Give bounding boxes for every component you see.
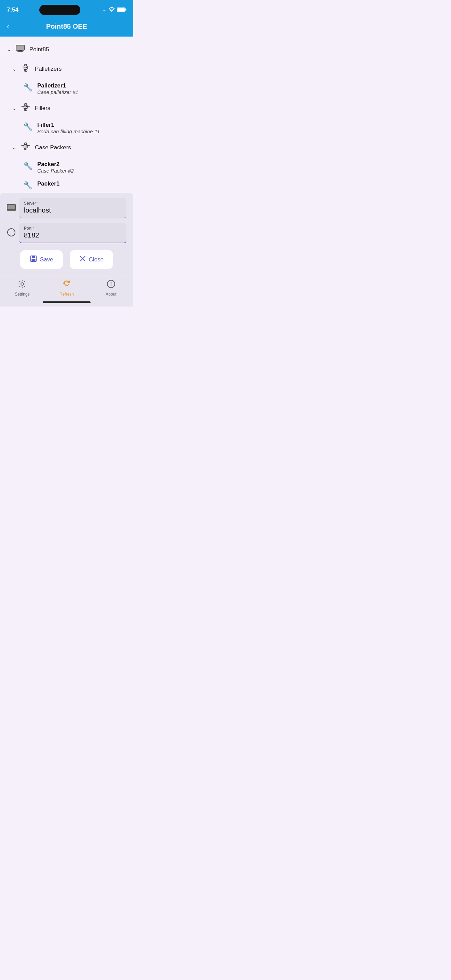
- content-area: ⌄ Point85 ⌄ Palletizer: [0, 37, 133, 193]
- machine-item-packer2[interactable]: 🔧 Packer2 Case Packer #2: [0, 158, 133, 177]
- tab-settings-label: Settings: [15, 292, 29, 297]
- machine-info-packer2: Packer2 Case Packer #2: [37, 161, 74, 173]
- tree-item-point85[interactable]: ⌄ Point85: [0, 40, 133, 59]
- server-input[interactable]: [24, 207, 122, 214]
- machine-desc-packer2: Case Packer #2: [37, 168, 74, 173]
- svg-rect-10: [25, 69, 25, 72]
- machine-desc-filler1: Soda can filling machine #1: [37, 129, 100, 134]
- laptop-icon: [7, 204, 16, 213]
- svg-point-15: [26, 67, 27, 68]
- tab-refresh-label: Refresh: [59, 292, 74, 297]
- tab-about-label: About: [106, 292, 116, 297]
- tree-label-palletizers: Palletizers: [35, 65, 62, 72]
- machine-item-filler1[interactable]: 🔧 Filler1 Soda can filling machine #1: [0, 118, 133, 138]
- svg-rect-38: [32, 259, 35, 261]
- svg-rect-18: [25, 109, 25, 111]
- machine-name-filler1: Filler1: [37, 122, 100, 129]
- close-button[interactable]: Close: [70, 250, 113, 269]
- svg-rect-2: [125, 8, 126, 10]
- svg-rect-5: [16, 45, 24, 50]
- svg-rect-26: [25, 148, 25, 150]
- chevron-casepackers: ⌄: [12, 145, 18, 150]
- machine-info-packer1: Packer1: [37, 180, 59, 187]
- tree-item-fillers[interactable]: ⌄ Fillers: [0, 99, 133, 118]
- save-label: Save: [40, 256, 53, 263]
- robot-icon-casepackers: [21, 143, 30, 153]
- machine-info-filler1: Filler1 Soda can filling machine #1: [37, 122, 100, 134]
- svg-point-0: [111, 11, 112, 12]
- home-indicator: [0, 299, 133, 307]
- port-input[interactable]: [24, 231, 122, 239]
- wrench-icon-palletizer1: 🔧: [23, 83, 32, 92]
- tree-item-palletizers[interactable]: ⌄ Palletizers: [0, 59, 133, 79]
- chevron-palletizers: ⌄: [12, 66, 18, 72]
- status-bar: 7:54 ····: [0, 0, 133, 19]
- tree-label-casepackers: Case Packers: [35, 144, 71, 151]
- tab-settings[interactable]: Settings: [8, 280, 36, 297]
- connection-panel: Server * Port *: [0, 193, 133, 276]
- robot-icon-fillers: [21, 103, 30, 113]
- svg-point-35: [8, 229, 15, 236]
- machine-name-palletizer1: Palletizer1: [37, 82, 78, 89]
- chevron-fillers: ⌄: [12, 106, 18, 111]
- circle-icon: [7, 228, 16, 239]
- machine-item-packer1[interactable]: 🔧 Packer1: [0, 177, 133, 189]
- machine-desc-palletizer1: Case palletizer #1: [37, 89, 78, 95]
- svg-rect-7: [17, 51, 23, 52]
- svg-point-31: [26, 146, 27, 146]
- svg-rect-27: [26, 148, 27, 150]
- port-field-container[interactable]: Port *: [19, 223, 126, 243]
- wifi-icon: [109, 7, 115, 13]
- wrench-icon-filler1: 🔧: [23, 123, 32, 131]
- machine-name-packer1: Packer1: [37, 180, 59, 187]
- refresh-icon: [62, 280, 71, 290]
- status-icons: ····: [101, 7, 126, 13]
- svg-rect-9: [24, 66, 27, 69]
- tab-bar: Settings Refresh About: [0, 276, 133, 299]
- svg-rect-17: [24, 105, 27, 109]
- buttons-row: Save Close: [7, 250, 126, 269]
- svg-point-23: [26, 106, 27, 107]
- port-label: Port *: [24, 226, 122, 231]
- svg-rect-6: [19, 50, 22, 51]
- svg-point-30: [25, 146, 25, 146]
- server-field-container[interactable]: Server *: [19, 198, 126, 218]
- nav-title: Point85 OEE: [46, 22, 87, 30]
- settings-icon: [18, 280, 27, 290]
- dynamic-island: [39, 5, 80, 15]
- home-bar: [43, 301, 91, 303]
- machine-item-palletizer1[interactable]: 🔧 Palletizer1 Case palletizer #1: [0, 79, 133, 99]
- server-field-row: Server *: [7, 198, 126, 218]
- svg-rect-3: [117, 8, 125, 11]
- svg-rect-33: [8, 205, 15, 209]
- save-button[interactable]: Save: [20, 250, 63, 269]
- battery-icon: [117, 7, 126, 13]
- wrench-icon-packer1: 🔧: [23, 181, 32, 189]
- server-label: Server *: [24, 201, 122, 206]
- tab-refresh[interactable]: Refresh: [53, 280, 80, 297]
- svg-point-14: [25, 67, 25, 68]
- tree-label-point85: Point85: [29, 46, 49, 53]
- svg-point-41: [21, 283, 24, 285]
- about-icon: [106, 280, 116, 290]
- robot-icon-palletizers: [21, 64, 30, 74]
- svg-rect-11: [26, 69, 27, 72]
- close-icon: [79, 255, 86, 264]
- machine-name-packer2: Packer2: [37, 161, 74, 168]
- close-label: Close: [89, 256, 103, 263]
- svg-rect-37: [32, 256, 35, 258]
- nav-bar: ‹ Point85 OEE: [0, 19, 133, 37]
- wrench-icon-packer2: 🔧: [23, 162, 32, 170]
- tree-label-fillers: Fillers: [35, 105, 50, 112]
- svg-point-22: [25, 106, 25, 107]
- tree-item-casepackers[interactable]: ⌄ Case Packers: [0, 138, 133, 158]
- computer-icon: [16, 45, 25, 54]
- svg-point-44: [111, 282, 112, 283]
- status-time: 7:54: [7, 6, 19, 13]
- chevron-point85: ⌄: [7, 47, 12, 52]
- machine-info-palletizer1: Palletizer1 Case palletizer #1: [37, 82, 78, 95]
- tab-about[interactable]: About: [97, 280, 125, 297]
- back-button[interactable]: ‹: [7, 22, 9, 31]
- svg-rect-34: [7, 210, 16, 210]
- port-field-row: Port *: [7, 223, 126, 243]
